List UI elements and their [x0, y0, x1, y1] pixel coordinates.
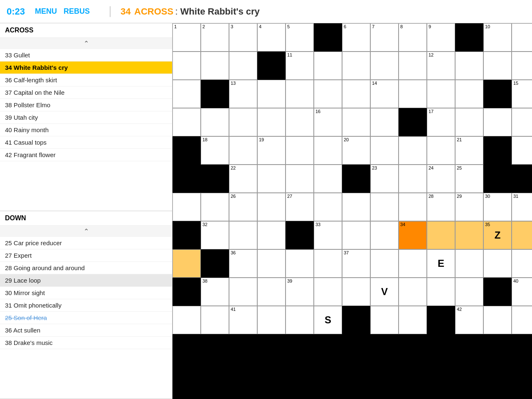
grid-cell[interactable]	[370, 108, 399, 136]
grid-cell[interactable]: 7	[370, 23, 399, 52]
grid-cell[interactable]	[229, 278, 257, 306]
down-clue-item[interactable]: 31 Omit phonetically	[0, 299, 172, 312]
grid-cell[interactable]	[257, 193, 286, 221]
grid-cell[interactable]	[314, 249, 342, 278]
grid-cell[interactable]	[455, 52, 483, 80]
grid-cell[interactable]	[229, 108, 257, 136]
down-clue-item[interactable]: 38 Drake's music	[0, 337, 172, 349]
grid-cell[interactable]	[314, 80, 342, 108]
grid-cell[interactable]	[172, 306, 201, 334]
grid-cell[interactable]	[314, 52, 342, 80]
grid-cell[interactable]: 5	[286, 23, 314, 52]
grid-cell[interactable]	[172, 80, 201, 108]
grid-cell[interactable]: 27	[286, 193, 314, 221]
grid-cell[interactable]	[399, 52, 427, 80]
grid-cell[interactable]	[286, 80, 314, 108]
grid-cell[interactable]	[370, 52, 399, 80]
grid-cell[interactable]	[314, 278, 342, 306]
grid-cell[interactable]	[427, 80, 455, 108]
grid-cell[interactable]	[314, 136, 342, 165]
grid-cell[interactable]: 31	[512, 193, 532, 221]
grid-cell[interactable]: 38	[201, 278, 229, 306]
grid-cell[interactable]: 1	[172, 23, 201, 52]
grid-cell[interactable]	[483, 52, 512, 80]
grid-cell[interactable]	[257, 165, 286, 193]
grid-cell[interactable]	[370, 306, 399, 334]
across-scroll-up[interactable]: ⌃	[0, 38, 172, 49]
grid-cell[interactable]	[512, 23, 532, 52]
grid-cell[interactable]	[370, 136, 399, 165]
grid-cell[interactable]	[455, 278, 483, 306]
grid-cell[interactable]: 11	[286, 52, 314, 80]
grid-cell[interactable]	[427, 278, 455, 306]
grid-cell[interactable]: 26	[229, 193, 257, 221]
grid-cell[interactable]: 35Z	[483, 221, 512, 249]
grid-cell[interactable]: 23	[370, 165, 399, 193]
down-clue-item[interactable]: 30 Mirror sight	[0, 287, 172, 299]
grid-cell[interactable]: 30	[483, 193, 512, 221]
grid-cell[interactable]: 36	[229, 249, 257, 278]
grid-cell[interactable]	[201, 193, 229, 221]
across-clue-item[interactable]: 36 Calf-length skirt	[0, 74, 172, 86]
grid-cell[interactable]: 18	[201, 136, 229, 165]
grid-cell[interactable]	[257, 80, 286, 108]
grid-cell[interactable]	[455, 221, 483, 249]
across-clue-item[interactable]: 42 Fragrant flower	[0, 149, 172, 161]
grid-cell[interactable]	[257, 221, 286, 249]
grid-cell[interactable]	[257, 249, 286, 278]
grid-cell[interactable]	[342, 193, 370, 221]
grid-cell[interactable]	[399, 193, 427, 221]
grid-cell[interactable]	[512, 306, 532, 334]
grid-cell[interactable]: 17	[427, 108, 455, 136]
grid-cell[interactable]: 40	[512, 278, 532, 306]
grid-cell[interactable]: 33	[314, 221, 342, 249]
grid-cell[interactable]	[286, 165, 314, 193]
grid-cell[interactable]: 2	[201, 23, 229, 52]
across-clue-item[interactable]: 33 Gullet	[0, 49, 172, 62]
grid-cell[interactable]	[172, 249, 201, 278]
grid-cell[interactable]	[399, 80, 427, 108]
grid-cell[interactable]	[399, 136, 427, 165]
grid-cell[interactable]	[455, 249, 483, 278]
grid-cell[interactable]: 20	[342, 136, 370, 165]
down-clue-item[interactable]: 36 Act sullen	[0, 324, 172, 337]
grid-cell[interactable]: 15	[512, 80, 532, 108]
across-clue-item[interactable]: 34 White Rabbit's cry	[0, 62, 172, 74]
grid-cell[interactable]: 14	[370, 80, 399, 108]
grid-cell[interactable]	[483, 249, 512, 278]
grid-cell[interactable]	[427, 136, 455, 165]
grid-cell[interactable]: 39	[286, 278, 314, 306]
grid-cell[interactable]: 41	[229, 306, 257, 334]
grid-cell[interactable]	[172, 193, 201, 221]
grid-cell[interactable]: 8	[399, 23, 427, 52]
grid-cell[interactable]: 13	[229, 80, 257, 108]
grid-cell[interactable]: 37	[342, 249, 370, 278]
down-clue-item[interactable]: 25 Son of Hera	[0, 312, 172, 324]
grid-cell[interactable]	[370, 221, 399, 249]
grid-cell[interactable]	[229, 52, 257, 80]
grid-cell[interactable]	[257, 108, 286, 136]
down-clue-item[interactable]: 25 Car price reducer	[0, 237, 172, 249]
grid-cell[interactable]: 28	[427, 193, 455, 221]
across-clue-item[interactable]: 41 Casual tops	[0, 136, 172, 149]
grid-cell[interactable]: 34	[399, 221, 427, 249]
grid-cell[interactable]: 22	[229, 165, 257, 193]
grid-cell[interactable]	[512, 52, 532, 80]
grid-cell[interactable]	[399, 165, 427, 193]
grid-cell[interactable]	[399, 278, 427, 306]
grid-cell[interactable]	[483, 306, 512, 334]
grid-cell[interactable]: E	[427, 249, 455, 278]
down-clue-item[interactable]: 28 Going around and around	[0, 262, 172, 274]
grid-cell[interactable]: V	[370, 278, 399, 306]
grid-cell[interactable]	[399, 249, 427, 278]
grid-cell[interactable]	[399, 306, 427, 334]
grid-cell[interactable]	[455, 80, 483, 108]
grid-cell[interactable]: 9	[427, 23, 455, 52]
grid-cell[interactable]: 10	[483, 23, 512, 52]
grid-cell[interactable]	[286, 249, 314, 278]
grid-cell[interactable]: 6	[342, 23, 370, 52]
grid-cell[interactable]	[201, 108, 229, 136]
grid-cell[interactable]	[512, 249, 532, 278]
grid-cell[interactable]: 3	[229, 23, 257, 52]
down-clue-item[interactable]: 29 Lace loop	[0, 274, 172, 287]
